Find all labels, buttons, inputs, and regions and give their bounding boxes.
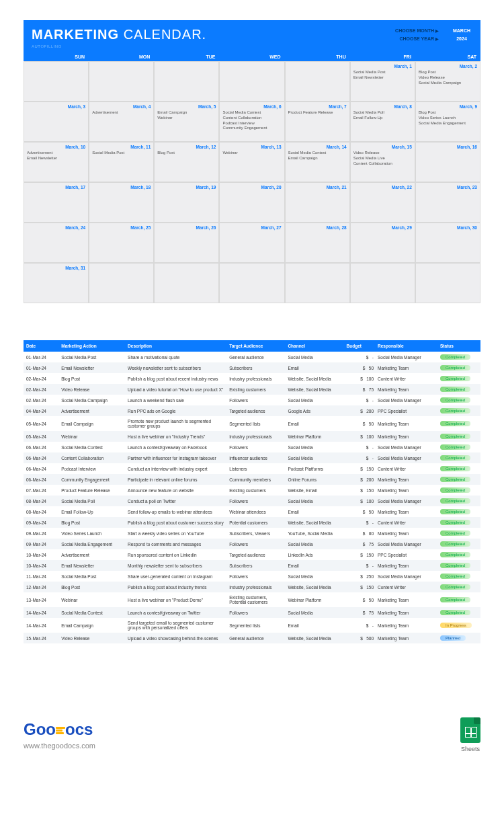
table-cell: Social Media Post (58, 352, 125, 362)
calendar-cell[interactable]: March, 16 (415, 142, 480, 182)
table-cell: Completed (437, 496, 480, 506)
calendar-cell[interactable]: March, 25 (89, 223, 154, 263)
table-cell: Followers (226, 571, 285, 582)
table-cell: Completed (437, 416, 480, 431)
day-header: TUE (154, 52, 219, 61)
table-cell: Blog Post (58, 373, 125, 384)
table-cell: Targeted audience (226, 405, 285, 416)
table-cell: 13-Mar-24 (24, 592, 58, 607)
calendar-cell[interactable]: March, 12Blog Post (154, 142, 219, 182)
table-row: 10-Mar-24AdvertisementRun sponsored cont… (24, 549, 480, 560)
calendar-cell[interactable]: March, 15Video ReleaseSocial Media LiveC… (350, 142, 415, 182)
calendar-cell[interactable] (154, 61, 219, 102)
calendar-cell[interactable]: March, 30 (415, 223, 480, 263)
cell-event: Video Series Launch (419, 116, 477, 121)
calendar-cell[interactable]: March, 4Advertisement (89, 102, 154, 142)
table-cell: $ - (344, 442, 375, 452)
table-cell: Community Engagement (58, 474, 125, 485)
calendar-cell[interactable]: March, 3 (24, 102, 89, 142)
calendar-cell[interactable] (415, 263, 480, 303)
calendar-cell[interactable]: March, 24 (24, 223, 89, 263)
calendar-cell[interactable]: March, 29 (350, 223, 415, 263)
calendar-cell[interactable]: March, 28 (285, 223, 350, 263)
table-cell: Social Media (285, 571, 343, 582)
table-cell: Publish a blog post about recent industr… (125, 373, 226, 384)
table-cell: Completed (437, 474, 480, 485)
status-badge: Planned (440, 635, 466, 641)
table-cell: Start a weekly video series on YouTube (125, 528, 226, 539)
table-cell: Host a live webinar on "Product Demo" (125, 592, 226, 607)
table-cell: 09-Mar-24 (24, 528, 58, 539)
table-row: 06-Mar-24Podcast InterviewConduct an int… (24, 463, 480, 474)
table-cell: Completed (437, 463, 480, 474)
table-cell: Completed (437, 539, 480, 549)
calendar-cell[interactable] (219, 61, 284, 102)
calendar-cell[interactable] (154, 263, 219, 303)
table-cell: Social Media (285, 442, 343, 452)
status-badge: Completed (440, 354, 470, 360)
calendar-cell[interactable] (285, 61, 350, 102)
calendar-cell[interactable]: March, 9Blog PostVideo Series LaunchSoci… (415, 102, 480, 142)
calendar-cell[interactable]: March, 14Social Media ContestEmail Campa… (285, 142, 350, 182)
table-cell: Webinar (58, 592, 125, 607)
calendar-cell[interactable]: March, 7Product Feature Release (285, 102, 350, 142)
table-row: 06-Mar-24Social Media ContestLaunch a co… (24, 442, 480, 452)
calendar-cell[interactable] (350, 263, 415, 303)
cell-date: March, 7 (288, 104, 347, 109)
table-cell: Completed (437, 517, 480, 528)
table-cell: Social Media (285, 496, 343, 506)
table-cell: Subscribers (226, 362, 285, 373)
calendar-cell[interactable]: March, 5Email CampaignWebinar (154, 102, 219, 142)
calendar-cell[interactable] (89, 61, 154, 102)
table-cell: 02-Mar-24 (24, 395, 58, 405)
table-cell: Website, Social Media (285, 373, 343, 384)
table-cell: 06-Mar-24 (24, 474, 58, 485)
table-cell: Marketing Team (375, 633, 437, 643)
table-cell: Completed (437, 405, 480, 416)
status-badge: Completed (440, 397, 470, 403)
table-cell: 05-Mar-24 (24, 431, 58, 442)
table-header: Target Audience (226, 340, 285, 352)
calendar-cell[interactable]: March, 21 (285, 182, 350, 223)
calendar-cell[interactable] (219, 263, 284, 303)
calendar-cell[interactable]: March, 23 (415, 182, 480, 223)
calendar-cell[interactable]: March, 22 (350, 182, 415, 223)
calendar-cell[interactable]: March, 2Blog PostVideo ReleaseSocial Med… (415, 61, 480, 102)
calendar-cell[interactable]: March, 17 (24, 182, 89, 223)
calendar-cell[interactable]: March, 18 (89, 182, 154, 223)
cell-date: March, 15 (353, 145, 412, 149)
calendar-cell[interactable] (24, 61, 89, 102)
calendar-cell[interactable] (89, 263, 154, 303)
calendar-cell[interactable]: March, 13Webinar (219, 142, 284, 182)
table-cell: Social Media Manager (375, 442, 437, 452)
cell-event: Blog Post (157, 151, 216, 156)
calendar-cell[interactable]: March, 6Social Media ContestContent Coll… (219, 102, 284, 142)
table-row: 02-Mar-24Blog PostPublish a blog post ab… (24, 373, 480, 384)
calendar-cell[interactable]: March, 11Social Media Post (89, 142, 154, 182)
table-cell: Blog Post (58, 582, 125, 592)
calendar-cell[interactable]: March, 8Social Media PollEmail Follow-Up (350, 102, 415, 142)
year-value[interactable]: 2024 (451, 35, 472, 42)
table-cell: Weekly newsletter sent to subscribers (125, 362, 226, 373)
status-badge: Completed (440, 387, 470, 392)
table-cell: Respond to comments and messages (125, 539, 226, 549)
table-cell: Potential customers (226, 517, 285, 528)
table-cell: 08-Mar-24 (24, 506, 58, 517)
calendar-cell[interactable]: March, 1Social Media PostEmail Newslette… (350, 61, 415, 102)
month-value[interactable]: MARCH (451, 27, 472, 34)
calendar-cell[interactable]: March, 26 (154, 223, 219, 263)
calendar-cell[interactable]: March, 19 (154, 182, 219, 223)
status-badge: Completed (440, 477, 470, 482)
calendar-cell[interactable] (285, 263, 350, 303)
arrow-right-icon: ▶ (435, 29, 439, 33)
table-cell: Send targeted email to segmented custome… (125, 618, 226, 633)
table-row: 04-Mar-24AdvertisementRun PPC ads on Goo… (24, 405, 480, 416)
table-cell: Webinar (58, 431, 125, 442)
calendar-cell[interactable]: March, 27 (219, 223, 284, 263)
table-row: 05-Mar-24Email CampaignPromote new produ… (24, 416, 480, 431)
calendar-cell[interactable]: March, 10AdvertisementEmail Newsletter (24, 142, 89, 182)
table-cell: Completed (437, 549, 480, 560)
cell-event: Blog Post (419, 70, 477, 75)
calendar-cell[interactable]: March, 31 (24, 263, 89, 303)
calendar-cell[interactable]: March, 20 (219, 182, 284, 223)
